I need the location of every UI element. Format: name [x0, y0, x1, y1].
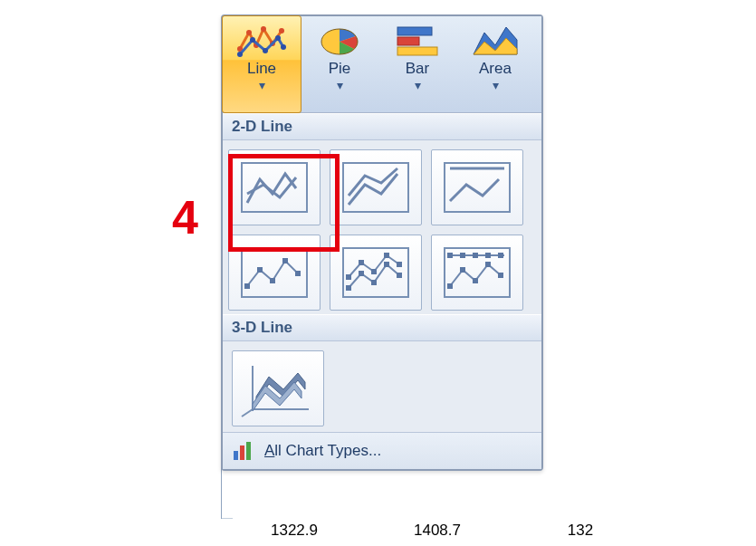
- svg-rect-39: [447, 253, 453, 258]
- section-header-2d-line: 2-D Line: [223, 113, 541, 140]
- dropdown-arrow-icon: ▾: [415, 78, 421, 92]
- svg-rect-13: [397, 27, 432, 35]
- dropdown-arrow-icon: ▾: [259, 78, 265, 92]
- svg-point-3: [261, 26, 266, 32]
- svg-rect-27: [346, 285, 351, 291]
- spreadsheet-cells-peek: 1322.9 1408.7 132: [226, 522, 648, 540]
- svg-point-6: [237, 52, 243, 57]
- svg-rect-45: [460, 267, 465, 273]
- ribbon-button-bar[interactable]: Bar ▾: [378, 16, 456, 112]
- svg-rect-40: [460, 253, 465, 258]
- svg-rect-35: [384, 253, 389, 258]
- svg-rect-48: [498, 273, 503, 278]
- line-chart-icon: [236, 22, 287, 58]
- svg-rect-18: [445, 163, 510, 212]
- ribbon-label: Pie: [329, 60, 351, 78]
- annotation-step-number: 4: [172, 190, 198, 244]
- all-chart-types-label: All Chart Types...: [264, 442, 381, 460]
- ribbon-label: Line: [247, 60, 276, 78]
- svg-point-9: [275, 35, 281, 41]
- ribbon-label: Area: [479, 60, 512, 78]
- svg-rect-36: [397, 262, 402, 267]
- svg-rect-31: [397, 273, 402, 278]
- svg-rect-21: [244, 283, 250, 289]
- svg-rect-16: [242, 163, 307, 212]
- svg-point-10: [281, 44, 286, 50]
- svg-rect-47: [485, 262, 491, 267]
- chart-option-line[interactable]: [228, 149, 321, 225]
- svg-rect-32: [346, 274, 351, 280]
- svg-rect-30: [384, 262, 389, 267]
- svg-rect-54: [246, 442, 251, 460]
- svg-rect-33: [359, 260, 364, 265]
- svg-rect-34: [371, 269, 377, 274]
- svg-rect-43: [498, 253, 503, 258]
- chart-option-3d-line[interactable]: [232, 350, 324, 426]
- svg-rect-24: [282, 258, 288, 263]
- dropdown-arrow-icon: ▾: [337, 78, 343, 92]
- svg-rect-23: [270, 278, 275, 283]
- chart-option-line-markers[interactable]: [228, 235, 321, 311]
- line-2d-grid: [223, 140, 541, 314]
- area-chart-icon: [470, 22, 521, 58]
- dropdown-arrow-icon: ▾: [493, 78, 499, 92]
- ribbon-chart-type-row: Line ▾ Pie ▾ Bar ▾: [223, 16, 541, 113]
- svg-point-8: [263, 48, 268, 53]
- svg-rect-15: [397, 47, 437, 55]
- svg-rect-25: [295, 271, 301, 276]
- svg-rect-44: [447, 283, 453, 289]
- svg-rect-52: [234, 451, 238, 460]
- chart-option-100pct-stacked-line[interactable]: [431, 149, 523, 225]
- chart-option-100pct-stacked-line-markers[interactable]: [431, 235, 523, 311]
- svg-rect-22: [257, 267, 263, 273]
- chart-option-stacked-line[interactable]: [330, 149, 422, 225]
- svg-point-5: [279, 28, 284, 34]
- svg-point-1: [246, 30, 252, 35]
- svg-rect-42: [485, 253, 491, 258]
- chart-dropdown-gallery: Line ▾ Pie ▾ Bar ▾: [221, 14, 543, 471]
- svg-rect-46: [473, 278, 478, 283]
- svg-point-7: [250, 37, 255, 43]
- ribbon-button-pie[interactable]: Pie ▾: [301, 16, 378, 112]
- pie-chart-icon: [314, 22, 365, 58]
- svg-rect-53: [240, 445, 244, 460]
- svg-rect-41: [473, 253, 478, 258]
- svg-rect-28: [359, 271, 364, 276]
- all-chart-types-icon: [232, 440, 255, 462]
- svg-rect-17: [343, 163, 408, 212]
- ribbon-button-line[interactable]: Line ▾: [222, 15, 301, 113]
- svg-rect-29: [371, 280, 377, 285]
- ribbon-label: Bar: [406, 60, 429, 78]
- chart-option-stacked-line-markers[interactable]: [330, 235, 422, 311]
- bar-chart-icon: [392, 22, 443, 58]
- svg-line-51: [242, 409, 253, 417]
- svg-rect-14: [397, 37, 419, 45]
- all-chart-types-row[interactable]: All Chart Types...: [223, 432, 541, 469]
- ribbon-button-area[interactable]: Area ▾: [456, 16, 534, 112]
- section-header-3d-line: 3-D Line: [223, 314, 541, 341]
